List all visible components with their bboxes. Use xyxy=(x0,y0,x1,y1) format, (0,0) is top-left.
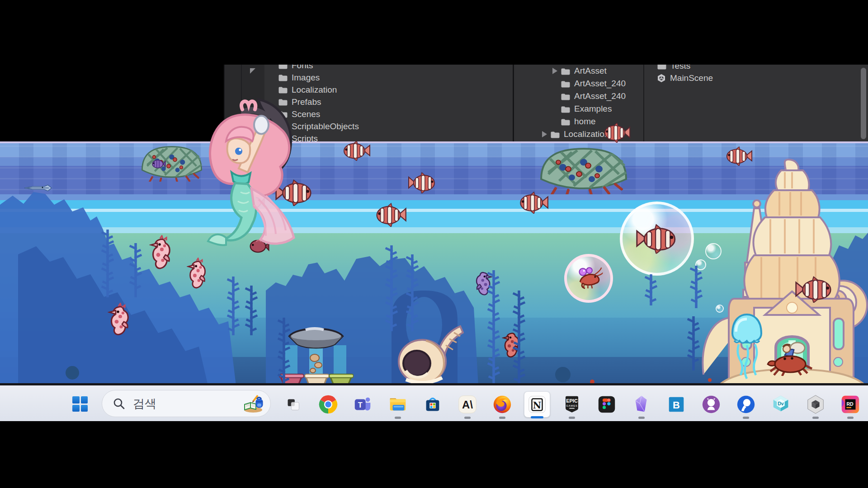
taskbar-icon-bandizip[interactable]: B xyxy=(663,391,689,418)
running-indicator xyxy=(464,417,471,419)
project-tree-row[interactable]: Localization xyxy=(515,128,643,141)
folder-icon xyxy=(278,110,288,118)
taskbar: TA\NEPICGAMESBDvRD xyxy=(0,383,868,421)
project-tree-row[interactable]: home xyxy=(515,115,643,128)
taskbar-icon-epic[interactable]: EPICGAMES xyxy=(559,391,585,418)
taskbar-icon-plastic[interactable] xyxy=(733,391,759,418)
svg-text:N: N xyxy=(533,400,541,411)
svg-text:T: T xyxy=(358,401,363,409)
foldout-arrow-icon[interactable] xyxy=(250,68,255,74)
running-indicator xyxy=(638,417,645,419)
letterbox-bottom xyxy=(0,421,868,488)
taskbar-icon-teams[interactable]: T xyxy=(350,391,376,418)
taskbar-icon-row: TA\NEPICGAMESBDvRD xyxy=(280,390,863,419)
scene-panel-row[interactable]: MainScene xyxy=(645,72,868,84)
unity-scene-icon xyxy=(657,74,666,83)
project-folder-row[interactable]: Fonts xyxy=(264,65,513,71)
folder-icon xyxy=(550,131,560,138)
project-tree-row[interactable]: ArtAsset_240 xyxy=(515,77,643,90)
project-folder-row[interactable]: Scripts xyxy=(264,132,513,141)
taskbar-icon-notion[interactable]: N xyxy=(524,391,550,418)
divider xyxy=(241,65,242,141)
running-indicator xyxy=(812,417,819,419)
folder-icon xyxy=(278,65,288,69)
expand-arrow-icon[interactable] xyxy=(542,131,547,137)
folder-icon xyxy=(278,135,288,141)
svg-text:Dv: Dv xyxy=(778,401,784,406)
folder-icon xyxy=(278,122,288,130)
folder-icon xyxy=(278,86,288,94)
search-highlight-school-icon[interactable] xyxy=(241,394,264,413)
taskbar-icon-figma[interactable] xyxy=(594,391,620,418)
taskbar-icon-chrome[interactable] xyxy=(315,391,341,418)
search-box[interactable] xyxy=(102,390,271,417)
svg-text:B: B xyxy=(673,399,680,411)
letterbox-top xyxy=(0,0,868,65)
project-folder-row[interactable]: Scenes xyxy=(264,108,513,120)
running-indicator xyxy=(499,417,505,419)
running-indicator xyxy=(395,417,401,419)
taskbar-icon-store[interactable] xyxy=(420,391,446,418)
folder-icon xyxy=(561,80,570,88)
svg-text:GAMES: GAMES xyxy=(566,404,578,407)
taskbar-icon-claude[interactable]: A\ xyxy=(454,391,481,418)
project-folder-row[interactable]: Prefabs xyxy=(264,96,513,108)
unity-assets-folder-list: FontsImagesLocalizationPrefabsScenesScri… xyxy=(264,65,514,141)
folder-icon xyxy=(278,98,288,106)
rock-silhouettes xyxy=(0,141,868,385)
folder-icon xyxy=(657,65,666,70)
folder-icon xyxy=(561,118,570,126)
taskbar-icon-unity-hub[interactable] xyxy=(802,391,829,418)
taskbar-icon-task-view[interactable] xyxy=(280,391,307,418)
taskbar-icon-firefox[interactable] xyxy=(489,391,515,418)
taskbar-icon-dv[interactable]: Dv xyxy=(768,391,794,418)
active-indicator xyxy=(531,416,543,418)
unity-window-left-groove xyxy=(224,65,264,141)
unity-project-window: FontsImagesLocalizationPrefabsScenesScri… xyxy=(224,65,868,141)
folder-icon xyxy=(561,105,570,113)
desktop: FontsImagesLocalizationPrefabsScenesScri… xyxy=(0,0,868,488)
taskbar-icon-obsidian[interactable] xyxy=(628,391,655,418)
windows-logo-icon xyxy=(72,396,88,412)
taskbar-icon-rider[interactable]: RD xyxy=(837,391,863,418)
search-icon xyxy=(112,397,126,410)
project-tree-row[interactable]: ArtAsset_240 xyxy=(515,90,643,103)
project-folder-row[interactable]: Localization xyxy=(264,84,513,96)
project-tree-row[interactable]: ArtAsset xyxy=(515,65,643,77)
folder-icon xyxy=(561,67,570,75)
project-tree-row[interactable]: Examples xyxy=(515,103,643,115)
running-indicator xyxy=(569,417,575,419)
project-folder-row[interactable]: Images xyxy=(264,71,513,84)
folder-icon xyxy=(278,74,288,81)
running-indicator xyxy=(847,417,854,419)
svg-text:A\: A\ xyxy=(462,399,473,411)
svg-text:EPIC: EPIC xyxy=(566,398,578,404)
expand-arrow-icon[interactable] xyxy=(552,68,557,74)
aquarium-scene xyxy=(0,141,868,385)
start-button[interactable] xyxy=(68,392,92,416)
folder-icon xyxy=(561,93,570,100)
taskbar-icon-github[interactable] xyxy=(698,391,724,418)
project-folder-row[interactable]: ScriptableObjects xyxy=(264,120,513,132)
running-indicator xyxy=(743,417,749,419)
svg-text:RD: RD xyxy=(846,401,854,407)
taskbar-icon-explorer[interactable] xyxy=(385,391,411,418)
desktop-black-area xyxy=(0,65,224,141)
unity-scene-panel: TestsMainScene xyxy=(645,65,868,141)
search-input[interactable] xyxy=(132,396,241,411)
unity-art-subtree: ArtAssetArtAsset_240ArtAsset_240Examples… xyxy=(515,65,644,141)
scene-panel-row[interactable]: Tests xyxy=(645,65,868,72)
